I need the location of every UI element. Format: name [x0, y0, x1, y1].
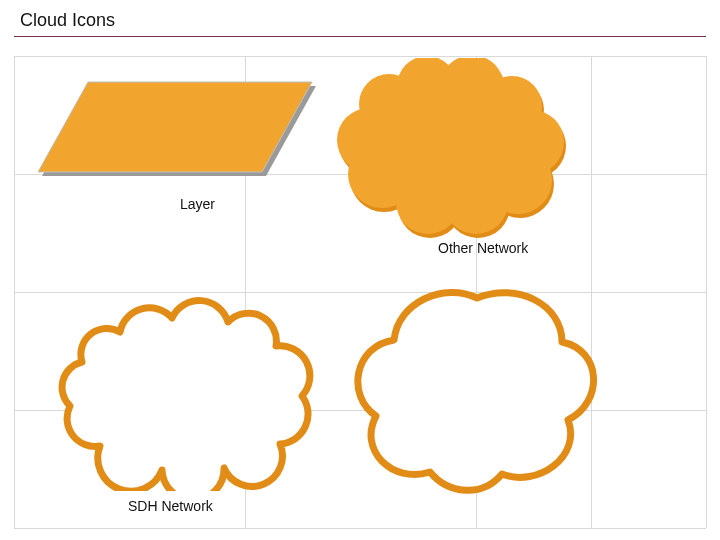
six-lobe-cloud-icon	[352, 284, 602, 494]
title-underline	[14, 36, 706, 37]
layer-label: Layer	[180, 196, 215, 212]
svg-point-23	[358, 78, 542, 214]
other-network-cloud-icon	[328, 58, 573, 238]
other-network-label: Other Network	[438, 240, 528, 256]
layer-parallelogram-icon	[38, 78, 318, 188]
sdh-network-label: SDH Network	[128, 498, 213, 514]
page-title: Cloud Icons	[20, 10, 115, 31]
sdh-network-cloud-icon	[40, 296, 335, 491]
